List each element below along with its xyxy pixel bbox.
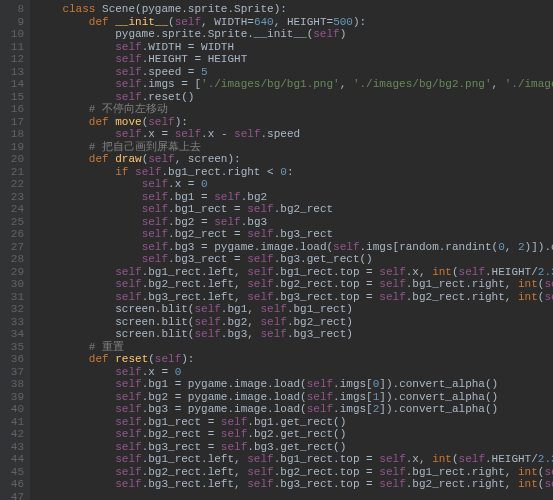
code-line[interactable]: self.bg1_rect = self.bg1.get_rect() — [36, 416, 553, 429]
line-number: 30 — [4, 278, 24, 291]
line-number: 25 — [4, 216, 24, 229]
code-line[interactable]: screen.blit(self.bg1, self.bg1_rect) — [36, 303, 553, 316]
code-line[interactable]: def __init__(self, WIDTH=640, HEIGHT=500… — [36, 16, 553, 29]
line-number: 32 — [4, 303, 24, 316]
code-line[interactable]: # 重置 — [36, 341, 553, 354]
line-number: 39 — [4, 391, 24, 404]
line-number: 28 — [4, 253, 24, 266]
code-line[interactable]: pygame.sprite.Sprite.__init__(self) — [36, 28, 553, 41]
line-number: 44 — [4, 453, 24, 466]
line-number: 22 — [4, 178, 24, 191]
code-line[interactable]: self.bg2_rect = self.bg2.get_rect() — [36, 428, 553, 441]
code-line[interactable]: self.bg3 = pygame.image.load(self.imgs[r… — [36, 241, 553, 254]
code-line[interactable]: self.bg1_rect.left, self.bg1_rect.top = … — [36, 266, 553, 279]
line-number: 38 — [4, 378, 24, 391]
line-number: 46 — [4, 478, 24, 491]
line-number: 34 — [4, 328, 24, 341]
line-number: 13 — [4, 66, 24, 79]
line-number: 10 — [4, 28, 24, 41]
line-number: 47 — [4, 491, 24, 501]
line-number: 27 — [4, 241, 24, 254]
code-line[interactable]: self.speed = 5 — [36, 66, 553, 79]
line-number-gutter: 8910111213141516171819202122232425262728… — [0, 0, 30, 500]
line-number: 8 — [4, 3, 24, 16]
line-number: 29 — [4, 266, 24, 279]
code-line[interactable]: self.bg1 = self.bg2 — [36, 191, 553, 204]
line-number: 11 — [4, 41, 24, 54]
code-line[interactable]: class Scene(pygame.sprite.Sprite): — [36, 3, 553, 16]
code-line[interactable]: self.imgs = ['./images/bg/bg1.png', './i… — [36, 78, 553, 91]
line-number: 20 — [4, 153, 24, 166]
code-line[interactable]: def reset(self): — [36, 353, 553, 366]
code-line[interactable]: def draw(self, screen): — [36, 153, 553, 166]
code-line[interactable]: self.bg2 = pygame.image.load(self.imgs[1… — [36, 391, 553, 404]
line-number: 18 — [4, 128, 24, 141]
line-number: 17 — [4, 116, 24, 129]
code-line[interactable]: self.bg2_rect.left, self.bg2_rect.top = … — [36, 278, 553, 291]
line-number: 33 — [4, 316, 24, 329]
code-line[interactable]: screen.blit(self.bg3, self.bg3_rect) — [36, 328, 553, 341]
code-line[interactable]: self.x = 0 — [36, 178, 553, 191]
code-line[interactable]: self.bg1 = pygame.image.load(self.imgs[0… — [36, 378, 553, 391]
code-line[interactable]: self.bg3_rect = self.bg3.get_rect() — [36, 253, 553, 266]
line-number: 12 — [4, 53, 24, 66]
code-line[interactable]: self.WIDTH = WIDTH — [36, 41, 553, 54]
line-number: 26 — [4, 228, 24, 241]
line-number: 15 — [4, 91, 24, 104]
code-line[interactable]: self.x = self.x - self.speed — [36, 128, 553, 141]
line-number: 9 — [4, 16, 24, 29]
line-number: 16 — [4, 103, 24, 116]
line-number: 21 — [4, 166, 24, 179]
line-number: 24 — [4, 203, 24, 216]
line-number: 41 — [4, 416, 24, 429]
line-number: 43 — [4, 441, 24, 454]
code-line[interactable]: self.x = 0 — [36, 366, 553, 379]
code-line[interactable]: self.HEIGHT = HEIGHT — [36, 53, 553, 66]
line-number: 45 — [4, 466, 24, 479]
line-number: 35 — [4, 341, 24, 354]
line-number: 36 — [4, 353, 24, 366]
code-line[interactable]: self.bg1_rect = self.bg2_rect — [36, 203, 553, 216]
line-number: 19 — [4, 141, 24, 154]
code-line[interactable]: self.bg2 = self.bg3 — [36, 216, 553, 229]
code-line[interactable]: self.bg3_rect.left, self.bg3_rect.top = … — [36, 478, 553, 491]
code-line[interactable]: if self.bg1_rect.right < 0: — [36, 166, 553, 179]
code-line[interactable]: # 不停向左移动 — [36, 103, 553, 116]
code-line[interactable]: def move(self): — [36, 116, 553, 129]
code-line[interactable]: # 把自己画到屏幕上去 — [36, 141, 553, 154]
line-number: 14 — [4, 78, 24, 91]
code-line[interactable]: self.bg1_rect.left, self.bg1_rect.top = … — [36, 453, 553, 466]
code-line[interactable]: self.bg3_rect.left, self.bg3_rect.top = … — [36, 291, 553, 304]
code-line[interactable]: self.bg2_rect = self.bg3_rect — [36, 228, 553, 241]
code-line[interactable]: screen.blit(self.bg2, self.bg2_rect) — [36, 316, 553, 329]
code-line[interactable]: self.bg3 = pygame.image.load(self.imgs[2… — [36, 403, 553, 416]
code-line[interactable]: self.bg2_rect.left, self.bg2_rect.top = … — [36, 466, 553, 479]
line-number: 42 — [4, 428, 24, 441]
code-line[interactable]: self.reset() — [36, 91, 553, 104]
line-number: 23 — [4, 191, 24, 204]
code-editor[interactable]: 8910111213141516171819202122232425262728… — [0, 0, 553, 500]
code-area[interactable]: class Scene(pygame.sprite.Sprite): def _… — [30, 0, 553, 500]
line-number: 31 — [4, 291, 24, 304]
code-line[interactable]: self.bg3_rect = self.bg3.get_rect() — [36, 441, 553, 454]
line-number: 37 — [4, 366, 24, 379]
line-number: 40 — [4, 403, 24, 416]
